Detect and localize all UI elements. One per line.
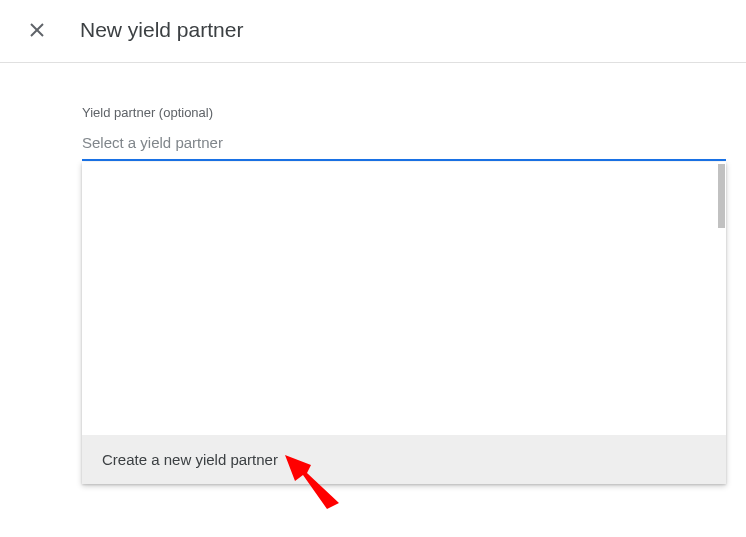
close-icon[interactable] [28,21,46,39]
yield-partner-select[interactable]: Select a yield partner [82,130,726,161]
scrollbar[interactable] [718,164,725,228]
create-new-yield-partner-button[interactable]: Create a new yield partner [82,435,726,484]
yield-partner-dropdown: Create a new yield partner [82,162,726,484]
dialog-content: Yield partner (optional) Select a yield … [0,63,746,161]
dropdown-list[interactable] [82,162,726,435]
dialog-header: New yield partner [0,0,746,63]
yield-partner-select-wrapper: Select a yield partner Create a new yiel… [82,130,726,161]
page-title: New yield partner [80,18,243,42]
field-label: Yield partner (optional) [82,105,726,120]
